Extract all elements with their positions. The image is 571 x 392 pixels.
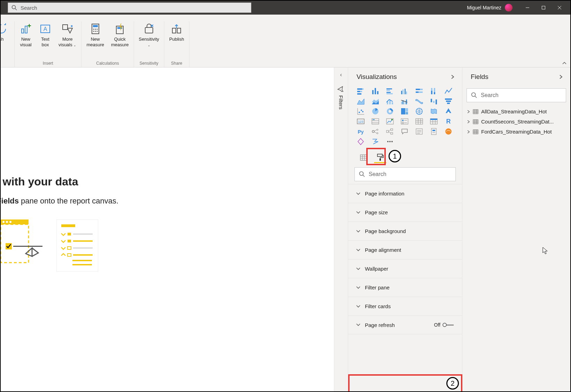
new-measure-button[interactable]: New measure bbox=[84, 21, 107, 49]
slicer-icon[interactable] bbox=[400, 117, 409, 126]
power-automate-icon[interactable] bbox=[370, 137, 380, 146]
clustered-bar-icon[interactable] bbox=[385, 87, 395, 95]
global-search[interactable]: Search bbox=[8, 2, 251, 13]
kpi-icon[interactable] bbox=[385, 117, 395, 126]
fields-tab-icon bbox=[359, 153, 368, 162]
search-icon bbox=[471, 92, 477, 98]
stacked-column-100-icon[interactable] bbox=[429, 87, 439, 95]
section-page-alignment[interactable]: Page alignment bbox=[348, 240, 462, 259]
clustered-column-icon[interactable] bbox=[400, 87, 409, 95]
svg-point-148 bbox=[360, 172, 363, 176]
format-search[interactable]: Search bbox=[354, 167, 456, 181]
publish-button[interactable]: Publish bbox=[166, 21, 187, 43]
svg-rect-79 bbox=[445, 98, 452, 100]
svg-rect-72 bbox=[401, 102, 402, 104]
filters-pane-collapsed[interactable]: ‹ Filters bbox=[334, 67, 348, 392]
power-apps-icon[interactable] bbox=[356, 137, 366, 146]
new-visual-button[interactable]: New visual bbox=[17, 21, 35, 49]
section-filter-cards[interactable]: Filter cards bbox=[348, 297, 462, 315]
card-icon[interactable]: 123 bbox=[356, 117, 366, 126]
svg-rect-53 bbox=[386, 88, 392, 89]
waterfall-icon[interactable] bbox=[429, 97, 439, 105]
minimize-button[interactable] bbox=[519, 1, 535, 15]
stacked-bar-icon[interactable] bbox=[356, 87, 366, 95]
stacked-column-icon[interactable] bbox=[370, 87, 380, 95]
table-icon[interactable] bbox=[414, 117, 424, 126]
svg-rect-134 bbox=[431, 128, 436, 135]
pie-icon[interactable] bbox=[370, 107, 380, 115]
svg-text:A: A bbox=[44, 26, 47, 32]
svg-line-124 bbox=[374, 132, 377, 133]
multi-row-card-icon[interactable] bbox=[370, 117, 380, 126]
donut-icon[interactable] bbox=[385, 107, 395, 115]
matrix-icon[interactable] bbox=[429, 117, 439, 126]
ribbon-group-share: Publish Share bbox=[164, 21, 189, 67]
fields-tab[interactable] bbox=[357, 152, 370, 163]
ribbon-group-label: Insert bbox=[43, 61, 53, 67]
close-button[interactable] bbox=[552, 1, 568, 15]
fields-search[interactable]: Search bbox=[467, 88, 566, 102]
svg-point-139 bbox=[389, 141, 391, 142]
field-table-fordcars[interactable]: FordCars_StreamingData_Hot bbox=[462, 127, 570, 137]
visualizations-header[interactable]: Visualizations bbox=[348, 67, 462, 86]
scatter-icon[interactable] bbox=[356, 107, 366, 115]
section-page-refresh[interactable]: Page refresh Off bbox=[348, 315, 462, 334]
arcgis-icon[interactable] bbox=[444, 127, 453, 136]
section-page-background[interactable]: Page background bbox=[348, 222, 462, 240]
paginated-icon[interactable] bbox=[429, 127, 439, 136]
ribbon-chart-icon[interactable] bbox=[414, 97, 424, 105]
field-table-count5[interactable]: Count5secons_StreamingDat... bbox=[462, 117, 570, 127]
svg-rect-51 bbox=[375, 88, 376, 94]
sensitivity-button[interactable]: Sensitivity⌄ bbox=[136, 21, 162, 49]
qa-visual-icon[interactable] bbox=[400, 127, 409, 136]
svg-rect-33 bbox=[56, 219, 98, 272]
filled-map-icon[interactable] bbox=[429, 107, 439, 115]
treemap-icon[interactable] bbox=[400, 107, 409, 115]
filters-label: Filters bbox=[338, 95, 344, 110]
svg-rect-80 bbox=[446, 101, 451, 102]
svg-line-123 bbox=[374, 130, 377, 131]
svg-rect-56 bbox=[386, 93, 393, 94]
section-filter-pane[interactable]: Filter pane bbox=[348, 278, 462, 297]
stacked-area-icon[interactable] bbox=[370, 97, 380, 105]
svg-rect-59 bbox=[405, 89, 406, 94]
user-name: Miguel Martinez bbox=[467, 5, 501, 10]
line-stacked-column-icon[interactable] bbox=[385, 97, 395, 105]
svg-point-102 bbox=[391, 119, 393, 120]
fields-header[interactable]: Fields bbox=[462, 67, 570, 86]
page-refresh-toggle[interactable] bbox=[443, 322, 454, 327]
field-table-alldata[interactable]: AllData_StreamingData_Hot bbox=[462, 106, 570, 117]
more-visuals-button[interactable]: More visuals ⌄ bbox=[56, 21, 79, 49]
smart-narrative-icon[interactable] bbox=[414, 127, 424, 136]
area-chart-icon[interactable] bbox=[356, 97, 366, 105]
decomposition-tree-icon[interactable] bbox=[385, 127, 395, 136]
section-page-size[interactable]: Page size bbox=[348, 203, 462, 222]
line-chart-icon[interactable] bbox=[444, 87, 453, 95]
azure-map-icon[interactable] bbox=[444, 107, 453, 115]
chart-plus-icon bbox=[19, 23, 32, 35]
visualizations-pane: Visualizations bbox=[348, 67, 462, 392]
avatar[interactable] bbox=[505, 4, 513, 11]
section-page-information[interactable]: Page information bbox=[348, 184, 462, 203]
stacked-bar-100-icon[interactable] bbox=[414, 87, 424, 95]
section-wallpaper[interactable]: Wallpaper bbox=[348, 259, 462, 278]
svg-rect-57 bbox=[401, 91, 402, 94]
key-influencers-icon[interactable] bbox=[370, 127, 380, 136]
ribbon-btn-refresh-cut[interactable]: sh bbox=[1, 21, 10, 43]
svg-rect-81 bbox=[447, 103, 450, 104]
ribbon-collapse-button[interactable] bbox=[562, 60, 567, 66]
r-visual-icon[interactable]: R bbox=[444, 117, 453, 126]
python-visual-icon[interactable]: Py bbox=[356, 127, 366, 136]
fields-search-placeholder: Search bbox=[481, 92, 499, 98]
text-box-button[interactable]: A Text box bbox=[36, 21, 54, 49]
line-clustered-column-icon[interactable] bbox=[400, 97, 409, 105]
funnel-icon[interactable] bbox=[444, 97, 453, 105]
maximize-button[interactable] bbox=[535, 1, 552, 15]
report-canvas[interactable]: ls with your data e Fields pane onto the… bbox=[1, 67, 334, 392]
svg-rect-24 bbox=[172, 28, 176, 33]
quick-measure-button[interactable]: Quick measure bbox=[108, 21, 132, 49]
format-tab[interactable] bbox=[374, 152, 386, 163]
map-icon[interactable] bbox=[414, 107, 424, 115]
get-more-visuals-icon[interactable] bbox=[385, 137, 395, 146]
chevron-right-icon bbox=[467, 120, 471, 124]
